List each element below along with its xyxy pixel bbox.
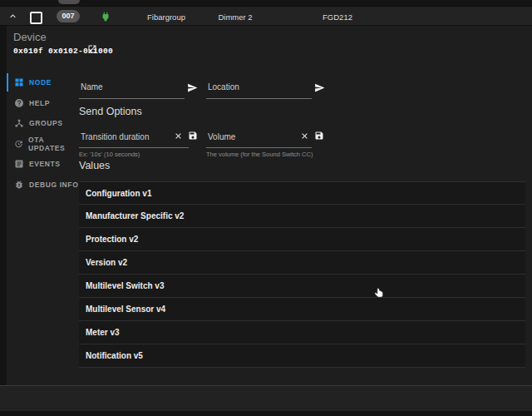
- product-cell: Dimmer 2: [198, 12, 273, 22]
- sidebar-item-label: EVENTS: [29, 160, 61, 168]
- save-icon[interactable]: [188, 131, 198, 141]
- manufacturer-cell: Fibargroup: [129, 12, 204, 22]
- name-input[interactable]: [79, 98, 185, 99]
- volume-label: Volume: [208, 132, 235, 141]
- mouse-cursor: [373, 287, 385, 300]
- active-indicator: [7, 114, 8, 132]
- device-title: Device: [13, 31, 47, 43]
- previous-row-node-badge: [58, 0, 80, 4]
- transition-duration-input[interactable]: [79, 147, 189, 148]
- send-icon[interactable]: [187, 82, 198, 93]
- sidebar-item-label: GROUPS: [29, 119, 62, 127]
- product-code-cell: FGD212: [300, 12, 375, 22]
- page-bottom-strip: [0, 411, 532, 416]
- node-details-screen: 007 Fibargroup Dimmer 2 FGD212 Device 0x…: [0, 0, 532, 416]
- clear-icon[interactable]: [174, 131, 183, 141]
- open-in-new-icon[interactable]: [87, 44, 97, 54]
- name-field-label: Name: [81, 82, 103, 92]
- save-icon[interactable]: [314, 131, 324, 141]
- active-indicator: [7, 94, 8, 112]
- transition-duration-hint: Ex: '10s' (10 seconds): [79, 151, 140, 158]
- sidebar-item-debug-info[interactable]: DEBUG INFO: [7, 176, 79, 194]
- sidebar-item-groups[interactable]: GROUPS: [7, 114, 79, 132]
- sidebar-item-ota-updates[interactable]: OTA UPDATES: [7, 135, 79, 153]
- volume-input[interactable]: [206, 147, 312, 148]
- help-circle-icon: [14, 98, 24, 108]
- value-panel-meter[interactable]: Meter v3: [79, 321, 525, 344]
- active-indicator: [7, 176, 8, 194]
- table-footer-row: [0, 385, 532, 411]
- transition-duration-label: Transition duration: [81, 132, 149, 141]
- collapse-chevron-up-icon[interactable]: [7, 11, 18, 22]
- grid-icon: [14, 77, 24, 87]
- location-input[interactable]: [206, 98, 312, 99]
- device-hub-icon: [14, 118, 24, 128]
- row-checkbox[interactable]: [30, 12, 42, 24]
- value-panel-version[interactable]: Version v2: [79, 251, 525, 275]
- active-indicator: [7, 155, 8, 173]
- list-box-icon: [14, 159, 24, 169]
- sidebar-item-events[interactable]: EVENTS: [7, 155, 79, 173]
- sidebar-item-label: NODE: [29, 78, 52, 87]
- sidebar-item-help[interactable]: HELP: [7, 94, 79, 112]
- value-panel-protection[interactable]: Protection v2: [79, 228, 525, 251]
- values-expansion-list: Configuration v1 Manufacturer Specific v…: [79, 181, 525, 368]
- value-panel-manufacturer-specific[interactable]: Manufacturer Specific v2: [79, 205, 525, 228]
- send-icon[interactable]: [314, 82, 325, 93]
- sidebar-item-node[interactable]: NODE: [7, 73, 79, 92]
- send-options-title: Send Options: [79, 106, 142, 117]
- volume-hint: The volume (for the Sound Switch CC): [206, 151, 313, 158]
- node-id-badge: 007: [57, 10, 80, 22]
- value-panel-notification[interactable]: Notification v5: [79, 344, 525, 368]
- sidebar-item-label: OTA UPDATES: [28, 136, 79, 152]
- active-indicator: [7, 73, 8, 92]
- bug-icon: [14, 180, 24, 190]
- values-title: Values: [79, 160, 110, 171]
- location-field-label: Location: [208, 82, 239, 92]
- update-icon: [14, 139, 23, 149]
- power-plug-icon: [100, 11, 111, 22]
- sidebar-item-label: DEBUG INFO: [29, 181, 78, 189]
- clear-icon[interactable]: [300, 131, 309, 141]
- sidebar-item-label: HELP: [29, 99, 50, 107]
- device-ids: 0x010f 0x0102-0x1000: [13, 47, 113, 56]
- active-indicator: [7, 135, 8, 153]
- value-panel-configuration[interactable]: Configuration v1: [79, 181, 525, 205]
- value-panel-multilevel-sensor[interactable]: Multilevel Sensor v4: [79, 298, 525, 321]
- value-panel-multilevel-switch[interactable]: Multilevel Switch v3: [79, 275, 525, 298]
- node-detail-panel: Device 0x010f 0x0102-0x1000 NODE HELP GR…: [7, 26, 532, 385]
- node-table-row[interactable]: 007 Fibargroup Dimmer 2 FGD212: [0, 6, 532, 26]
